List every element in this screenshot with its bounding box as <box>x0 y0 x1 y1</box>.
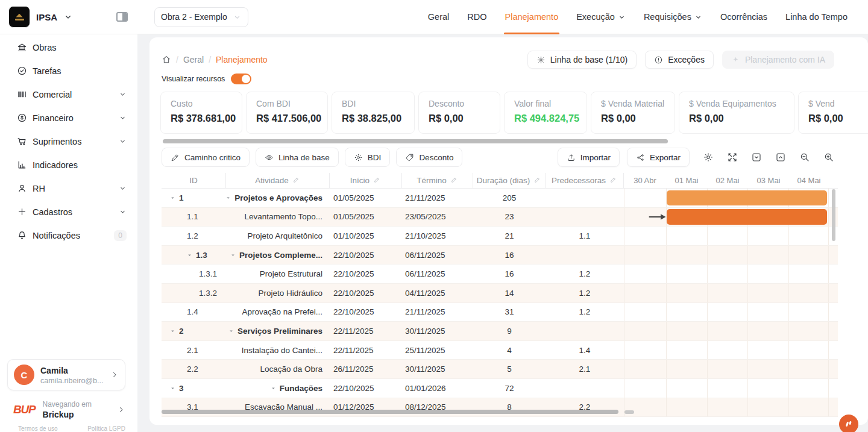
gantt-vertical-scrollbar[interactable] <box>832 189 835 241</box>
row-collapse-caret[interactable] <box>230 252 236 258</box>
row-collapse-caret[interactable] <box>226 195 231 201</box>
chevron-down-icon[interactable] <box>63 12 73 22</box>
task-start[interactable]: 26/11/2025 <box>330 360 402 378</box>
sidebar-item-obras[interactable]: Obras <box>0 36 137 59</box>
tab-ocorrências[interactable]: Ocorrências <box>720 0 767 34</box>
workspace-select[interactable]: Obra 2 - Exemplo <box>154 7 248 27</box>
gantt-horizontal-scrollbar[interactable] <box>624 410 634 414</box>
fullscreen-button[interactable] <box>727 152 738 163</box>
sidebar-item-tarefas[interactable]: Tarefas <box>0 59 137 83</box>
row-collapse-caret[interactable] <box>170 328 175 334</box>
column-header-duração-dias-[interactable]: Duração (dias) <box>473 173 546 188</box>
task-name-cell[interactable]: Projeto Arquitetônico <box>226 227 330 245</box>
task-duration[interactable]: 31 <box>473 303 546 322</box>
task-start[interactable]: 22/11/2025 <box>330 341 402 360</box>
task-end[interactable]: 21/11/2025 <box>402 303 473 322</box>
table-horizontal-scrollbar[interactable] <box>162 410 618 414</box>
row-collapse-caret[interactable] <box>170 195 175 201</box>
task-predecessors[interactable]: 1.2 <box>546 284 624 302</box>
task-duration[interactable]: 5 <box>473 360 546 378</box>
task-duration[interactable]: 16 <box>473 265 546 283</box>
tab-execução[interactable]: Execução <box>576 0 626 34</box>
ai-planning-button[interactable]: Planejamento com IA <box>722 51 834 69</box>
task-end[interactable]: 23/05/2025 <box>402 208 473 227</box>
gantt-bar-1.1[interactable] <box>667 209 827 225</box>
task-duration[interactable]: 4 <box>473 341 546 360</box>
task-duration[interactable]: 9 <box>473 322 546 340</box>
task-row-1.2[interactable]: 1.2Projeto Arquitetônico01/10/202521/10/… <box>162 227 838 246</box>
workspace-switcher[interactable]: BUP Navegando em Brickup <box>13 396 125 423</box>
column-header-início[interactable]: Início <box>330 173 402 188</box>
task-start[interactable]: 22/10/2025 <box>330 379 402 398</box>
chat-floating-button[interactable] <box>839 415 858 432</box>
expand-all-button[interactable] <box>775 152 786 163</box>
sidebar-item-suprimentos[interactable]: Suprimentos <box>0 130 137 153</box>
breadcrumb-geral[interactable]: Geral <box>183 55 204 64</box>
task-end[interactable]: 04/11/2025 <box>402 284 473 302</box>
task-predecessors[interactable]: 1.1 <box>546 227 624 245</box>
toolbar-importar-button[interactable]: Importar <box>558 148 620 167</box>
task-predecessors[interactable]: 1.4 <box>546 341 624 360</box>
task-name-cell[interactable]: Instalação do Cantei... <box>226 341 330 360</box>
task-row-1.3[interactable]: 1.3Projetos Compleme...22/10/202506/11/2… <box>162 246 838 265</box>
task-name-cell[interactable]: Projetos Compleme... <box>226 246 330 265</box>
task-duration[interactable]: 205 <box>473 189 546 207</box>
tab-planejamento[interactable]: Planejamento <box>505 0 559 34</box>
task-row-1.4[interactable]: 1.4Aprovação na Prefei...22/10/202521/11… <box>162 303 838 322</box>
task-predecessors[interactable] <box>546 208 624 227</box>
company-name[interactable]: IPSA <box>36 12 57 22</box>
cards-horizontal-scrollbar[interactable] <box>163 139 668 143</box>
task-name-cell[interactable]: Projeto Hidráulico <box>226 284 330 302</box>
breadcrumb-current[interactable]: Planejamento <box>216 55 268 64</box>
task-start[interactable]: 22/10/2025 <box>330 303 402 322</box>
task-row-2.1[interactable]: 2.1Instalação do Cantei...22/11/202525/1… <box>162 341 838 360</box>
company-logo[interactable] <box>8 6 30 28</box>
tab-geral[interactable]: Geral <box>428 0 449 34</box>
collapse-all-button[interactable] <box>751 152 762 163</box>
sidebar-item-comercial[interactable]: Comercial <box>0 83 137 106</box>
home-icon[interactable] <box>162 55 171 64</box>
task-row-1.3.1[interactable]: 1.3.1Projeto Estrutural22/10/202506/11/2… <box>162 265 838 284</box>
row-collapse-caret[interactable] <box>228 328 234 334</box>
task-end[interactable]: 30/11/2025 <box>402 322 473 340</box>
task-predecessors[interactable] <box>546 322 624 340</box>
row-collapse-caret[interactable] <box>170 386 175 391</box>
task-row-1.1[interactable]: 1.1Levantamento Topo...01/05/202523/05/2… <box>162 208 838 227</box>
lgpd-link[interactable]: Política LGPD <box>87 425 125 432</box>
exceptions-button[interactable]: Exceções <box>645 51 714 69</box>
task-start[interactable]: 22/10/2025 <box>330 284 402 302</box>
toolbar-exportar-button[interactable]: Exportar <box>627 148 690 167</box>
sidebar-item-indicadores[interactable]: Indicadores <box>0 153 137 177</box>
task-row-1[interactable]: 1Projetos e Aprovações01/05/202521/11/20… <box>162 189 838 208</box>
task-duration[interactable]: 23 <box>473 208 546 227</box>
task-predecessors[interactable]: 2.1 <box>546 360 624 378</box>
task-row-2[interactable]: 2Serviços Preliminares22/11/202530/11/20… <box>162 322 838 341</box>
resources-toggle[interactable] <box>231 74 251 84</box>
task-start[interactable]: 22/11/2025 <box>330 322 402 340</box>
task-end[interactable]: 21/10/2025 <box>402 227 473 245</box>
task-predecessors[interactable]: 1.2 <box>546 303 624 322</box>
task-name-cell[interactable]: Fundações <box>226 379 330 398</box>
task-row-3.1[interactable]: 3.1Escavação Manual ...01/12/202508/12/2… <box>162 398 838 418</box>
sidebar-item-financeiro[interactable]: Financeiro <box>0 106 137 130</box>
task-name-cell[interactable]: Projetos e Aprovações <box>226 189 330 207</box>
task-row-2.2[interactable]: 2.2Locação da Obra26/11/202530/11/202552… <box>162 360 838 379</box>
task-row-1.3.2[interactable]: 1.3.2Projeto Hidráulico22/10/202504/11/2… <box>162 284 838 303</box>
row-collapse-caret[interactable] <box>271 386 276 391</box>
tab-linha-do-tempo[interactable]: Linha do Tempo <box>785 0 848 34</box>
toolbar-bdi-button[interactable]: BDI <box>345 148 391 167</box>
task-start[interactable]: 01/05/2025 <box>330 189 402 207</box>
tab-rdo[interactable]: RDO <box>467 0 486 34</box>
task-name-cell[interactable]: Locação da Obra <box>226 360 330 378</box>
row-collapse-caret[interactable] <box>187 252 192 258</box>
column-header-término[interactable]: Término <box>402 173 473 188</box>
task-start[interactable]: 01/05/2025 <box>330 208 402 227</box>
sidebar-collapse-icon[interactable] <box>116 12 128 22</box>
task-start[interactable]: 01/10/2025 <box>330 227 402 245</box>
sidebar-item-rh[interactable]: RH <box>0 177 137 200</box>
task-end[interactable]: 01/01/2026 <box>402 379 473 398</box>
column-header-predecessoras[interactable]: Predecessoras <box>546 173 624 188</box>
task-name-cell[interactable]: Projeto Estrutural <box>226 265 330 283</box>
column-header-atividade[interactable]: Atividade <box>226 173 330 188</box>
column-header-id[interactable]: ID <box>162 173 226 188</box>
